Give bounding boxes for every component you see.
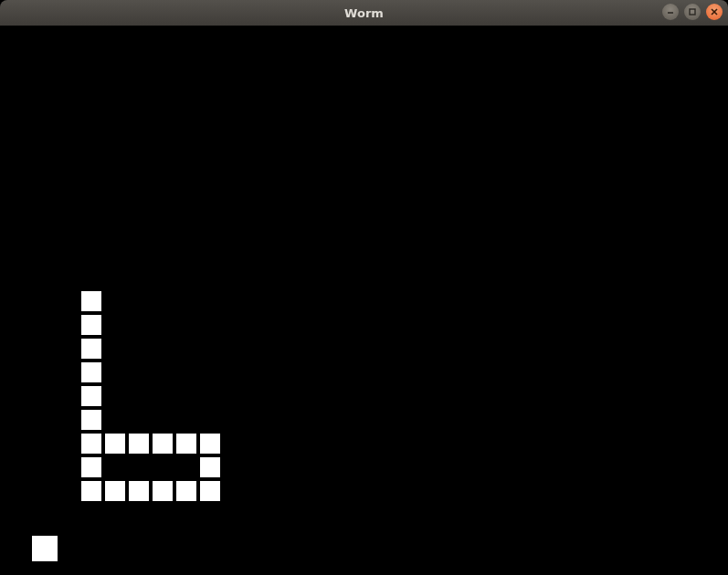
window-title: Worm — [0, 6, 728, 20]
worm-segment — [81, 457, 101, 477]
worm-segment — [81, 362, 101, 382]
maximize-icon — [688, 7, 697, 16]
worm-segment — [153, 434, 173, 454]
food — [32, 536, 58, 561]
worm-segment — [81, 481, 101, 501]
worm-segment — [200, 481, 220, 501]
worm-segment — [129, 481, 149, 501]
maximize-button[interactable] — [684, 4, 701, 20]
worm-segment — [200, 457, 220, 477]
worm-segment — [153, 481, 173, 501]
worm-segment — [81, 315, 101, 335]
close-icon — [710, 7, 719, 16]
worm-segment — [176, 481, 196, 501]
worm-segment — [81, 339, 101, 359]
worm-segment — [200, 434, 220, 454]
worm-segment — [81, 386, 101, 406]
worm-segment — [81, 410, 101, 430]
close-button[interactable] — [706, 4, 723, 20]
worm-segment — [105, 434, 125, 454]
svg-rect-1 — [690, 9, 695, 15]
worm-segment — [129, 434, 149, 454]
worm-segment — [176, 434, 196, 454]
worm-segment — [105, 481, 125, 501]
game-canvas[interactable] — [0, 26, 728, 575]
window-controls — [662, 4, 723, 20]
worm-segment — [81, 291, 101, 311]
worm-segment — [81, 434, 101, 454]
window-titlebar: Worm — [0, 0, 728, 26]
minimize-icon — [666, 7, 675, 16]
minimize-button[interactable] — [662, 4, 679, 20]
